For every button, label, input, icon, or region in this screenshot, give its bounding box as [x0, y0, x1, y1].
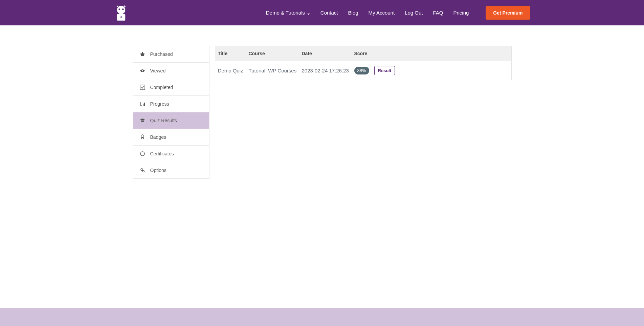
sidebar-item-label: Options	[150, 168, 166, 173]
table-header-row: Title Course Date Score	[215, 46, 511, 61]
svg-point-2	[122, 8, 124, 10]
content-wrap: Purchased Viewed Completed Progress Quiz…	[126, 46, 518, 179]
nav-item-label: Contact	[320, 10, 338, 16]
sidebar-item-options[interactable]: Options	[133, 162, 209, 178]
sidebar-item-progress[interactable]: Progress	[133, 96, 209, 112]
cell-title: Demo Quiz	[218, 68, 249, 73]
result-button[interactable]: Result	[374, 66, 395, 75]
sidebar-item-label: Quiz Results	[150, 118, 177, 123]
basket-icon	[140, 51, 145, 57]
certificate-icon	[140, 151, 145, 156]
svg-point-0	[117, 6, 125, 14]
chevron-down-icon	[307, 11, 310, 15]
svg-point-7	[140, 152, 145, 156]
nav-contact[interactable]: Contact	[320, 10, 338, 16]
sidebar-item-certificates[interactable]: Certificates	[133, 146, 209, 162]
account-sidebar: Purchased Viewed Completed Progress Quiz…	[133, 46, 209, 179]
nav-faq[interactable]: FAQ	[433, 10, 443, 16]
svg-point-4	[120, 16, 121, 18]
table-header-date: Date	[302, 51, 354, 56]
nav-item-label: Blog	[348, 10, 358, 16]
owl-logo-icon[interactable]	[114, 5, 128, 21]
sidebar-item-purchased[interactable]: Purchased	[133, 46, 209, 63]
main-header: Demo & Tutorials Contact Blog My Account…	[0, 0, 644, 25]
eye-icon	[140, 68, 145, 73]
gears-icon	[140, 168, 145, 173]
cell-course: Tutorial: WP Courses	[249, 68, 302, 73]
svg-point-8	[141, 169, 143, 171]
graduation-icon	[140, 118, 145, 123]
sidebar-item-label: Completed	[150, 85, 173, 90]
cell-score: 88% Result	[354, 66, 391, 75]
sidebar-item-label: Certificates	[150, 151, 174, 156]
nav-item-label: My Account	[369, 10, 395, 16]
sidebar-item-completed[interactable]: Completed	[133, 79, 209, 96]
svg-point-6	[141, 135, 144, 137]
main-nav: Demo & Tutorials Contact Blog My Account…	[266, 6, 544, 20]
score-badge: 88%	[354, 67, 369, 74]
footer	[0, 308, 644, 326]
nav-pricing[interactable]: Pricing	[453, 10, 469, 16]
nav-log-out[interactable]: Log Out	[405, 10, 423, 16]
header-inner: Demo & Tutorials Contact Blog My Account…	[101, 5, 544, 21]
nav-demo-tutorials[interactable]: Demo & Tutorials	[266, 10, 310, 16]
check-square-icon	[140, 85, 145, 90]
sidebar-item-label: Purchased	[150, 51, 173, 57]
table-header-score: Score	[354, 51, 391, 56]
nav-item-label: Log Out	[405, 10, 423, 16]
nav-item-label: Demo & Tutorials	[266, 10, 305, 16]
nav-item-label: FAQ	[433, 10, 443, 16]
svg-point-1	[118, 8, 120, 10]
nav-my-account[interactable]: My Account	[369, 10, 395, 16]
sidebar-item-quiz-results[interactable]: Quiz Results	[133, 112, 209, 129]
ribbon-icon	[140, 134, 145, 140]
nav-blog[interactable]: Blog	[348, 10, 358, 16]
nav-item-label: Pricing	[453, 10, 469, 16]
get-premium-button[interactable]: Get Premium	[486, 6, 530, 20]
svg-rect-5	[140, 85, 145, 90]
cell-date: 2023-02-24 17:26:23	[302, 68, 354, 73]
main-content: Purchased Viewed Completed Progress Quiz…	[0, 25, 644, 308]
chart-icon	[140, 101, 145, 107]
svg-point-9	[142, 171, 144, 172]
sidebar-item-label: Progress	[150, 101, 169, 107]
table-header-course: Course	[249, 51, 302, 56]
table-header-title: Title	[218, 51, 249, 56]
sidebar-item-label: Viewed	[150, 68, 166, 73]
sidebar-item-label: Badges	[150, 134, 166, 140]
sidebar-item-badges[interactable]: Badges	[133, 129, 209, 146]
table-row: Demo Quiz Tutorial: WP Courses 2023-02-2…	[215, 61, 511, 80]
results-table: Title Course Date Score Demo Quiz Tutori…	[215, 46, 512, 80]
sidebar-item-viewed[interactable]: Viewed	[133, 63, 209, 79]
